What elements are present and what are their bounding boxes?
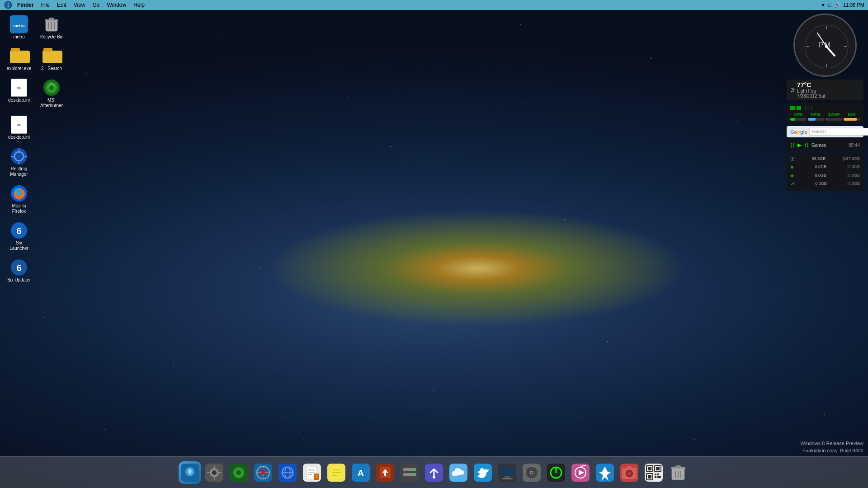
widgets-panel: PM 🌫 77°C Light Fog 7/28/2012 Sat	[787, 14, 863, 191]
svg-point-78	[433, 476, 435, 479]
svg-rect-111	[655, 474, 656, 475]
media-play-button[interactable]: ▶	[797, 142, 802, 148]
menu-edit[interactable]: Edit	[53, 1, 70, 9]
media-widget: ⟨⟨ ▶ ⟩⟩ Games 05:44	[787, 140, 863, 150]
system-tray-screen: □	[828, 2, 831, 8]
svg-rect-110	[648, 475, 651, 479]
google-logo: Google	[790, 129, 807, 135]
icon-search-folder[interactable]: 2 - Search	[37, 45, 66, 73]
net-val-3b: |0.0GB	[847, 173, 860, 178]
icon-msi-afterburner[interactable]: MSI Afterburner	[37, 77, 66, 110]
svg-point-75	[413, 469, 415, 470]
menu-view[interactable]: View	[70, 1, 89, 9]
icon-reclimg[interactable]: ReclImg Manager	[5, 145, 33, 179]
dock-disk-utility[interactable]	[520, 461, 543, 484]
net-wifi-icon: ⊿	[790, 180, 795, 187]
dock-photobooth[interactable]	[618, 461, 641, 484]
icon-explorer[interactable]: explorer.exe	[5, 45, 33, 73]
svg-point-11	[49, 85, 54, 90]
google-search-input[interactable]	[809, 128, 868, 136]
system-tray-arrow: ▼	[821, 2, 826, 8]
svg-rect-112	[657, 474, 659, 475]
icon-metro[interactable]: metro metro	[5, 14, 33, 42]
desktop-icons: metro metro Recycle	[5, 14, 66, 285]
icon-recycle-label: Recycle Bin	[40, 34, 64, 40]
svg-rect-84	[505, 476, 510, 478]
svg-rect-39	[214, 476, 215, 480]
weather-temp: 77°C	[797, 81, 825, 89]
menu-finder[interactable]: Finder	[14, 1, 38, 9]
dock-ie[interactable]	[276, 461, 299, 484]
icon-explorer-label: explorer.exe	[7, 66, 31, 71]
dock-screensaver[interactable]	[496, 461, 519, 484]
app-logo-icon	[4, 0, 13, 9]
svg-rect-108	[648, 467, 651, 470]
icon-recycle-bin[interactable]: Recycle Bin	[37, 14, 66, 42]
dock-appstore-2[interactable]	[594, 461, 616, 484]
dock-icloud[interactable]	[447, 461, 470, 484]
menu-window[interactable]: Window	[104, 1, 130, 9]
net-val-2: 0.0GB	[815, 164, 827, 169]
net-row-1: ⊞ 68.6GB |167.6GB	[790, 155, 860, 162]
net-row-2: ● 0.0GB |0.0GB	[790, 163, 860, 170]
net-row-3: ● 0.0GB |0.0GB	[790, 172, 860, 179]
icon-desktop-ini-2[interactable]: INI desktop.ini	[5, 114, 33, 142]
net-windows-icon: ⊞	[790, 155, 795, 162]
svg-rect-41	[218, 472, 222, 473]
dock-twitter[interactable]	[472, 461, 494, 484]
svg-rect-114	[657, 476, 661, 478]
net-stats-widget: ⊞ 68.6GB |167.6GB ● 0.0GB |0.0GB ● 0.0GB…	[787, 153, 863, 191]
win8-line2: Evaluation copy. Build 8400	[801, 447, 863, 454]
svg-point-20	[17, 191, 21, 196]
dock-power-manager[interactable]	[545, 461, 567, 484]
menu-file[interactable]: File	[38, 1, 53, 9]
svg-text:metro: metro	[13, 23, 25, 28]
icon-six-updater-label: Six Updater	[7, 277, 31, 283]
dock-migration[interactable]	[374, 461, 396, 484]
dock-stickies[interactable]	[325, 461, 348, 484]
icon-firefox-label: Mozilla Firefox	[6, 203, 32, 214]
dock-server-admin[interactable]	[398, 461, 421, 484]
google-search-widget[interactable]: Google 🔍	[787, 126, 863, 137]
system-tray-volume: 🔊	[834, 2, 840, 8]
svg-rect-83	[500, 466, 514, 476]
dock-safari[interactable]	[252, 461, 274, 484]
media-time: 05:44	[849, 143, 860, 148]
svg-point-37	[212, 470, 217, 475]
dock-system-prefs[interactable]	[203, 461, 226, 484]
svg-rect-113	[655, 476, 656, 478]
dock-trash[interactable]	[667, 461, 689, 484]
icon-six-updater[interactable]: 6 Six Updater	[5, 257, 33, 285]
dock-msi[interactable]	[227, 461, 250, 484]
sysmon-widget: 1 · 2 CPURAMSWAPBAT	[787, 103, 863, 123]
svg-rect-72	[401, 464, 419, 482]
icon-firefox[interactable]: Mozilla Firefox	[5, 183, 33, 216]
net-row-4: ⊿ 0.0GB |0.0GB	[790, 180, 860, 187]
svg-rect-117	[675, 465, 681, 468]
svg-text:6: 6	[16, 263, 21, 273]
svg-rect-109	[656, 467, 660, 470]
svg-point-44	[236, 470, 241, 475]
dock-textedit[interactable]	[301, 461, 323, 484]
svg-rect-85	[502, 478, 513, 479]
media-prev-button[interactable]: ⟨⟨	[790, 142, 795, 148]
dock-itunes[interactable]	[569, 461, 592, 484]
dock-appstore[interactable]: A	[349, 461, 372, 484]
weather-widget: 🌫 77°C Light Fog 7/28/2012 Sat	[787, 80, 863, 100]
icon-reclimg-label: ReclImg Manager	[6, 166, 32, 177]
media-next-button[interactable]: ⟩⟩	[804, 142, 809, 148]
dock-finder[interactable]	[179, 461, 201, 484]
menu-go[interactable]: Go	[89, 1, 104, 9]
weather-date: 7/28/2012 Sat	[797, 94, 825, 99]
icon-desktop-ini-1[interactable]: INI desktop.ini	[5, 77, 33, 110]
menu-help[interactable]: Help	[130, 1, 148, 9]
net-circle-icon-2: ●	[790, 172, 794, 179]
net-val-2b: |0.0GB	[847, 164, 860, 169]
svg-point-89	[531, 472, 533, 474]
icon-six-launcher[interactable]: 6 Six Launcher	[5, 220, 33, 253]
media-title: Games	[811, 143, 846, 148]
dock-airdrop[interactable]	[423, 461, 445, 484]
dock-qr-code[interactable]	[642, 461, 665, 484]
svg-rect-104	[645, 464, 663, 482]
icon-six-launcher-label: Six Launcher	[6, 240, 32, 251]
